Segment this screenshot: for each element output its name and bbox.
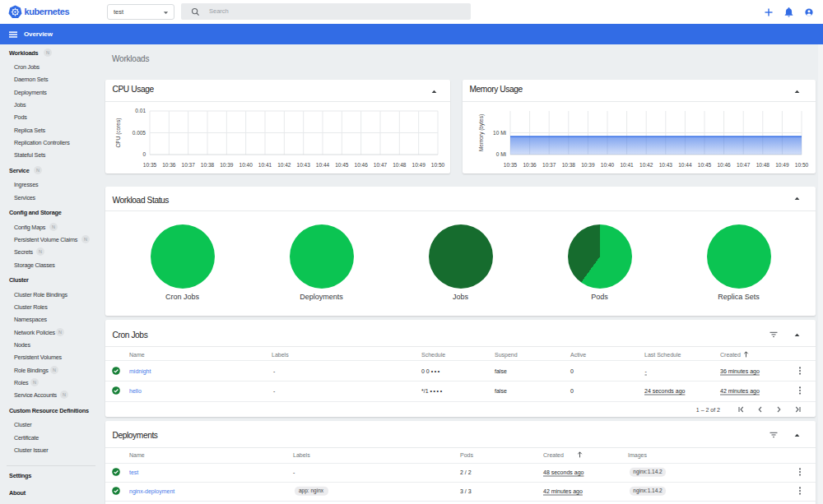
- svg-text:Memory (bytes): Memory (bytes): [478, 114, 485, 151]
- svg-text:10:47: 10:47: [737, 162, 751, 168]
- svg-text:10:43: 10:43: [659, 162, 673, 168]
- svg-text:10:39: 10:39: [220, 162, 234, 168]
- svg-text:10:49: 10:49: [412, 162, 426, 168]
- svg-text:10:39: 10:39: [581, 162, 595, 168]
- svg-text:10:42: 10:42: [639, 162, 653, 168]
- svg-text:10:35: 10:35: [143, 162, 157, 168]
- svg-text:10:37: 10:37: [182, 162, 196, 168]
- svg-text:10:49: 10:49: [775, 162, 789, 168]
- svg-text:10:36: 10:36: [162, 162, 176, 168]
- svg-text:CPU (cores): CPU (cores): [115, 118, 122, 148]
- svg-text:10:36: 10:36: [523, 162, 537, 168]
- svg-text:10:48: 10:48: [756, 162, 770, 168]
- svg-text:10:44: 10:44: [316, 162, 330, 168]
- svg-text:10:42: 10:42: [277, 162, 291, 168]
- svg-text:10:47: 10:47: [374, 162, 388, 168]
- svg-text:10:46: 10:46: [355, 162, 369, 168]
- svg-text:10:45: 10:45: [335, 162, 349, 168]
- svg-text:10:38: 10:38: [201, 162, 215, 168]
- svg-text:0 Mi: 0 Mi: [496, 151, 506, 157]
- svg-text:10:43: 10:43: [297, 162, 311, 168]
- svg-text:0.01: 0.01: [135, 108, 146, 113]
- svg-text:10:50: 10:50: [431, 162, 445, 168]
- svg-text:10:41: 10:41: [258, 162, 272, 168]
- svg-text:10:40: 10:40: [601, 162, 615, 168]
- svg-text:10:35: 10:35: [504, 162, 518, 168]
- svg-text:10:41: 10:41: [620, 162, 634, 168]
- svg-text:10:48: 10:48: [393, 162, 407, 168]
- svg-text:10:38: 10:38: [562, 162, 576, 168]
- svg-text:10:44: 10:44: [678, 162, 692, 168]
- svg-text:10:45: 10:45: [698, 162, 712, 168]
- svg-text:10:50: 10:50: [795, 162, 809, 168]
- svg-text:10:40: 10:40: [239, 162, 253, 168]
- svg-text:0: 0: [142, 151, 146, 157]
- svg-text:10:37: 10:37: [542, 162, 556, 168]
- svg-text:10:46: 10:46: [717, 162, 731, 168]
- svg-text:10 Mi: 10 Mi: [493, 130, 506, 136]
- svg-text:0.005: 0.005: [133, 130, 146, 136]
